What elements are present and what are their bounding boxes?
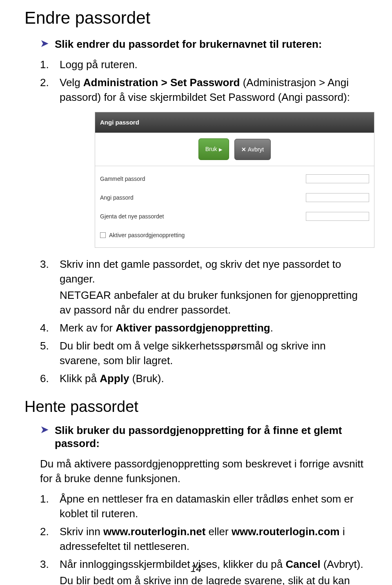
step-2-bold: Administration > Set Password [83, 76, 240, 89]
heading-hente-passordet: Hente passordet [24, 398, 368, 416]
step-6-bold: Apply [100, 372, 129, 385]
step2-2-mid: eller [205, 525, 232, 538]
arrow-icon: ➤ [40, 38, 49, 49]
step-3b: NETGEAR anbefaler at du bruker funksjone… [60, 288, 368, 317]
step-6-post: (Bruk). [129, 372, 164, 385]
step-6-pre: Klikk på [60, 372, 100, 385]
cancel-button[interactable]: ✕Avbryt [234, 139, 271, 160]
label-old-password: Gammelt passord [100, 171, 306, 186]
task-intro-text: Slik endrer du passordet for brukernavne… [55, 38, 322, 51]
chevron-right-icon: ▶ [219, 147, 222, 152]
row-old-password: Gammelt passord [100, 169, 369, 188]
step-4-bold: Aktiver passordgjenoppretting [116, 322, 270, 334]
step2-1: Åpne en nettleser fra en datamaskin elle… [40, 492, 368, 521]
label-enable-recovery: Aktiver passordgjenoppretting [109, 228, 185, 242]
widget-form: Gammelt passord Angi passord Gjenta det … [95, 166, 374, 247]
step2-3-sub: Du blir bedt om å skrive inn de lagrede … [60, 573, 368, 585]
step-4-pre: Merk av for [60, 322, 116, 334]
step-2-pre: Velg [60, 76, 83, 89]
page-number: 14 [0, 563, 392, 574]
input-old-password[interactable] [306, 174, 369, 183]
step-6: Klikk på Apply (Bruk). [40, 371, 368, 386]
arrow-icon: ➤ [40, 424, 49, 435]
checkbox-enable-recovery[interactable] [100, 232, 106, 238]
step2-2-b2: www.routerlogin.com [232, 525, 340, 538]
step-3: Skriv inn det gamle passordet, og skriv … [40, 257, 368, 317]
step2-2-pre: Skriv inn [60, 525, 103, 538]
row-new-password: Angi passord [100, 188, 369, 207]
step-4-post: . [270, 322, 273, 334]
input-repeat-password[interactable] [306, 212, 369, 221]
para-prereq: Du må aktivere passordgjenoppretting som… [24, 456, 368, 486]
widget-button-row: Bruk▶ ✕Avbryt [95, 133, 374, 166]
cancel-button-label: Avbryt [248, 146, 264, 153]
task-intro-text-2: Slik bruker du passordgjenoppretting for… [55, 424, 368, 450]
password-screenshot: Angi passord Bruk▶ ✕Avbryt Gammelt passo… [95, 112, 374, 248]
close-x-icon: ✕ [241, 146, 246, 153]
steps-list-1: Logg på ruteren. Velg Administration > S… [24, 57, 368, 386]
step2-2-b1: www.routerlogin.net [103, 525, 205, 538]
widget-title: Angi passord [95, 112, 374, 133]
apply-button-label: Bruk [205, 146, 217, 152]
heading-endre-passordet: Endre passordet [24, 8, 368, 28]
row-repeat-password: Gjenta det nye passordet [100, 207, 369, 226]
step-5: Du blir bedt om å velge sikkerhetsspørsm… [40, 338, 368, 368]
step-3a: Skriv inn det gamle passordet, og skriv … [60, 258, 341, 285]
step-4: Merk av for Aktiver passordgjenopprettin… [40, 320, 368, 335]
apply-button[interactable]: Bruk▶ [198, 138, 229, 160]
label-repeat-password: Gjenta det nye passordet [100, 209, 306, 224]
step-2: Velg Administration > Set Password (Admi… [40, 75, 368, 248]
task-intro-2: ➤ Slik bruker du passordgjenoppretting f… [24, 424, 368, 450]
row-enable-recovery: Aktiver passordgjenoppretting [100, 226, 369, 243]
task-intro-1: ➤ Slik endrer du passordet for brukernav… [24, 38, 368, 51]
label-new-password: Angi passord [100, 190, 306, 205]
step-1: Logg på ruteren. [40, 57, 368, 72]
step2-2: Skriv inn www.routerlogin.net eller www.… [40, 524, 368, 554]
input-new-password[interactable] [306, 193, 369, 202]
